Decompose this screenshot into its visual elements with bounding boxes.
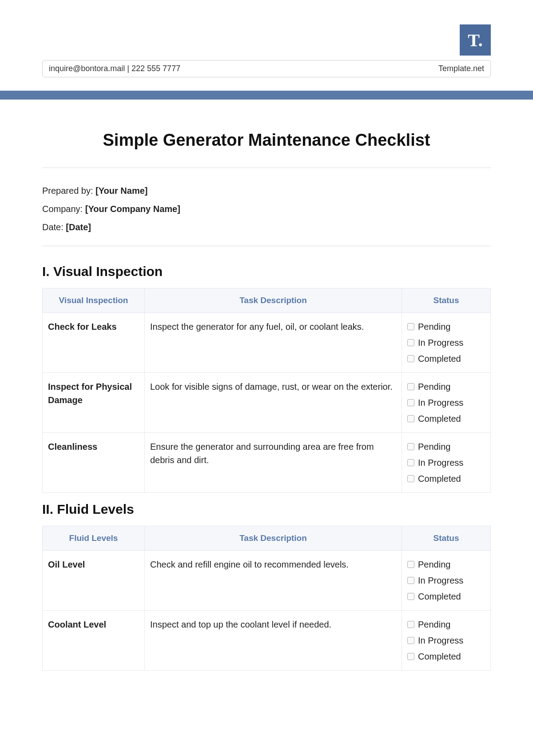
checkbox-icon[interactable] <box>407 577 414 584</box>
status-label: Completed <box>418 590 461 603</box>
table-header: Status <box>402 526 491 551</box>
status-option[interactable]: In Progress <box>407 634 485 647</box>
table-header: Status <box>402 288 491 313</box>
checkbox-icon[interactable] <box>407 339 414 346</box>
meta-company-label: Company: <box>42 204 85 214</box>
item-description: Look for visible signs of damage, rust, … <box>145 373 402 433</box>
meta-divider <box>42 246 491 246</box>
status-cell: PendingIn ProgressCompleted <box>402 433 491 493</box>
meta-date-value: [Date] <box>66 222 91 232</box>
status-option[interactable]: In Progress <box>407 456 485 469</box>
title-divider <box>42 168 491 168</box>
brand-text: Template.net <box>438 64 484 73</box>
checkbox-icon[interactable] <box>407 399 414 406</box>
item-name: Coolant Level <box>43 611 145 671</box>
table-row: Check for LeaksInspect the generator for… <box>43 313 491 373</box>
table-row: Coolant LevelInspect and top up the cool… <box>43 611 491 671</box>
status-label: Pending <box>418 618 450 631</box>
checkbox-icon[interactable] <box>407 653 414 660</box>
status-label: Completed <box>418 412 461 425</box>
status-label: Pending <box>418 440 450 453</box>
status-label: Completed <box>418 650 461 663</box>
status-label: Pending <box>418 380 450 393</box>
item-name: Cleanliness <box>43 433 145 493</box>
checkbox-icon[interactable] <box>407 593 414 600</box>
brand-logo: T. <box>460 24 491 56</box>
meta-company: Company: [Your Company Name] <box>42 204 491 214</box>
status-option[interactable]: Pending <box>407 440 485 453</box>
checkbox-icon[interactable] <box>407 323 414 330</box>
checkbox-icon[interactable] <box>407 621 414 628</box>
status-cell: PendingIn ProgressCompleted <box>402 551 491 611</box>
status-option[interactable]: In Progress <box>407 396 485 409</box>
status-option[interactable]: Pending <box>407 380 485 393</box>
table-header: Fluid Levels <box>43 526 145 551</box>
status-label: In Progress <box>418 574 463 587</box>
status-option[interactable]: Pending <box>407 320 485 333</box>
status-option[interactable]: Completed <box>407 650 485 663</box>
section-heading: II. Fluid Levels <box>42 502 491 517</box>
checkbox-icon[interactable] <box>407 355 414 362</box>
meta-prepared: Prepared by: [Your Name] <box>42 186 491 196</box>
meta-prepared-value: [Your Name] <box>95 186 147 196</box>
contact-text: inquire@bontora.mail | 222 555 7777 <box>49 64 180 73</box>
table-row: CleanlinessEnsure the generator and surr… <box>43 433 491 493</box>
status-label: In Progress <box>418 396 463 409</box>
checklist-table: Visual InspectionTask DescriptionStatusC… <box>42 288 491 493</box>
status-option[interactable]: Completed <box>407 352 485 365</box>
checkbox-icon[interactable] <box>407 383 414 390</box>
table-header: Task Description <box>145 288 402 313</box>
meta-date: Date: [Date] <box>42 222 491 232</box>
status-label: In Progress <box>418 456 463 469</box>
item-description: Inspect the generator for any fuel, oil,… <box>145 313 402 373</box>
meta-date-label: Date: <box>42 222 66 232</box>
status-label: Pending <box>418 558 450 571</box>
table-row: Inspect for Physical DamageLook for visi… <box>43 373 491 433</box>
status-option[interactable]: Completed <box>407 590 485 603</box>
table-header: Task Description <box>145 526 402 551</box>
item-name: Oil Level <box>43 551 145 611</box>
checkbox-icon[interactable] <box>407 443 414 450</box>
status-cell: PendingIn ProgressCompleted <box>402 373 491 433</box>
status-option[interactable]: Completed <box>407 472 485 485</box>
item-description: Ensure the generator and surrounding are… <box>145 433 402 493</box>
status-label: Completed <box>418 352 461 365</box>
status-option[interactable]: Pending <box>407 618 485 631</box>
meta-prepared-label: Prepared by: <box>42 186 95 196</box>
item-description: Inspect and top up the coolant level if … <box>145 611 402 671</box>
item-name: Check for Leaks <box>43 313 145 373</box>
meta-company-value: [Your Company Name] <box>85 204 180 214</box>
status-option[interactable]: Pending <box>407 558 485 571</box>
status-label: Pending <box>418 320 450 333</box>
checkbox-icon[interactable] <box>407 415 414 422</box>
status-label: In Progress <box>418 336 463 349</box>
status-option[interactable]: In Progress <box>407 336 485 349</box>
status-label: Completed <box>418 472 461 485</box>
page-title: Simple Generator Maintenance Checklist <box>42 131 491 150</box>
info-bar: inquire@bontora.mail | 222 555 7777 Temp… <box>42 60 491 77</box>
table-row: Oil LevelCheck and refill engine oil to … <box>43 551 491 611</box>
status-cell: PendingIn ProgressCompleted <box>402 611 491 671</box>
status-option[interactable]: Completed <box>407 412 485 425</box>
checkbox-icon[interactable] <box>407 637 414 644</box>
item-name: Inspect for Physical Damage <box>43 373 145 433</box>
item-description: Check and refill engine oil to recommend… <box>145 551 402 611</box>
checkbox-icon[interactable] <box>407 561 414 568</box>
checkbox-icon[interactable] <box>407 459 414 466</box>
table-header: Visual Inspection <box>43 288 145 313</box>
status-label: In Progress <box>418 634 463 647</box>
checkbox-icon[interactable] <box>407 475 414 482</box>
status-option[interactable]: In Progress <box>407 574 485 587</box>
checklist-table: Fluid LevelsTask DescriptionStatusOil Le… <box>42 526 491 671</box>
status-cell: PendingIn ProgressCompleted <box>402 313 491 373</box>
divider-bar <box>0 91 533 100</box>
section-heading: I. Visual Inspection <box>42 264 491 279</box>
